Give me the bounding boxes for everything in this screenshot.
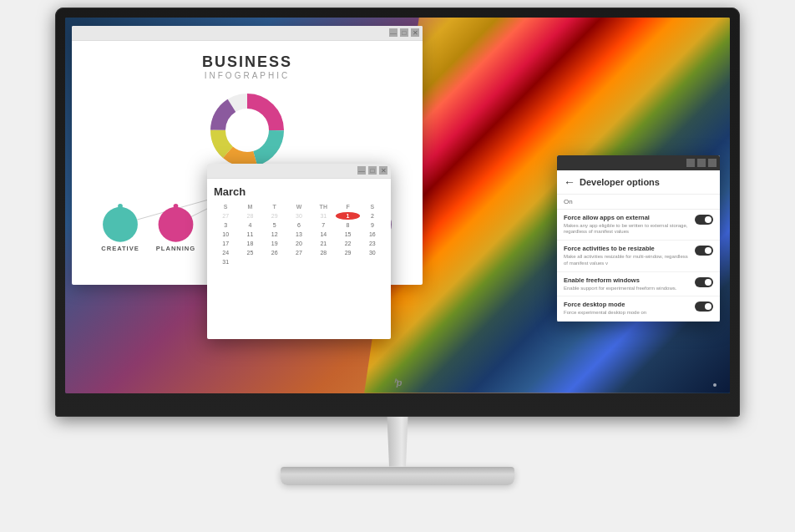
cal-day[interactable]: 24: [214, 249, 237, 256]
cal-day[interactable]: 16: [361, 231, 384, 238]
calendar-month: March: [214, 185, 384, 198]
infographic-subtitle: INFOGRAPHIC: [202, 71, 292, 80]
cal-day[interactable]: 23: [361, 240, 384, 247]
dev-header: ← Developer options: [557, 170, 720, 195]
cal-day[interactable]: 30: [287, 212, 311, 220]
donut-chart: [205, 89, 289, 172]
cal-maximize-button[interactable]: □: [368, 166, 377, 175]
monitor-bezel: — □ ✕ BUSINESS INFOGRAPHIC: [55, 8, 740, 417]
day-header-m: M: [238, 203, 261, 210]
calendar-week-5: 24 25 26 27 28 29 30: [214, 249, 384, 256]
dev-item-1-title: Force allow apps on external: [564, 214, 690, 221]
dev-item-1-desc: Makes any app eligible to be written to …: [564, 223, 690, 236]
cal-day: [287, 258, 311, 266]
infographic-titlebar: — □ ✕: [72, 26, 423, 41]
cal-day[interactable]: 3: [214, 221, 237, 229]
cal-day: [238, 258, 261, 266]
cal-day[interactable]: 19: [263, 240, 286, 247]
dev-item-3-text: Enable freeform windows Enable support f…: [564, 276, 690, 292]
calendar-week-3: 10 11 12 13 14 15 16: [214, 231, 384, 238]
cal-day[interactable]: 4: [238, 221, 261, 229]
cal-day[interactable]: 25: [238, 249, 261, 256]
dev-toggle-4[interactable]: [695, 301, 713, 312]
dev-item-3: Enable freeform windows Enable support f…: [557, 272, 720, 297]
cal-day[interactable]: 18: [238, 240, 261, 247]
cal-minimize-button[interactable]: —: [357, 166, 366, 175]
dev-minimize-button[interactable]: —: [686, 159, 695, 167]
close-button[interactable]: ✕: [411, 28, 419, 37]
dev-item-3-title: Enable freeform windows: [564, 276, 690, 284]
cal-day[interactable]: 29: [263, 212, 286, 220]
cal-day[interactable]: 11: [238, 231, 261, 238]
svg-point-17: [118, 204, 123, 209]
dev-item-2-desc: Make all activities resizable for multi-…: [564, 254, 690, 267]
infographic-title: BUSINESS INFOGRAPHIC: [202, 53, 292, 80]
day-header-t: T: [263, 203, 286, 210]
monitor: — □ ✕ BUSINESS INFOGRAPHIC: [38, 8, 757, 525]
dev-toggle-2[interactable]: [695, 246, 713, 256]
cal-day[interactable]: 2: [361, 212, 384, 220]
dev-item-3-desc: Enable support for experimental freeform…: [564, 286, 690, 292]
cal-day[interactable]: 5: [263, 221, 286, 229]
dev-item-2-text: Force activities to be resizable Make al…: [564, 245, 690, 267]
cal-day[interactable]: 6: [287, 221, 311, 229]
dev-titlebar: — □ ✕: [557, 155, 720, 170]
dev-close-button[interactable]: ✕: [708, 159, 717, 167]
cal-day[interactable]: 21: [311, 240, 335, 247]
cal-day[interactable]: 15: [336, 231, 359, 238]
cal-day[interactable]: 8: [336, 221, 359, 229]
svg-point-13: [159, 206, 194, 241]
cal-day[interactable]: 17: [214, 240, 237, 247]
cal-day[interactable]: 20: [287, 240, 311, 247]
cal-day[interactable]: 14: [311, 231, 335, 238]
cal-day: [361, 258, 384, 266]
calendar-titlebar: — □ ✕: [207, 164, 391, 179]
maximize-button[interactable]: □: [400, 28, 408, 37]
cal-day[interactable]: 30: [361, 249, 384, 256]
svg-text:PLANNING: PLANNING: [156, 245, 195, 252]
cal-day[interactable]: 31: [214, 258, 237, 266]
cal-day[interactable]: 13: [287, 231, 311, 238]
svg-point-18: [174, 204, 179, 209]
developer-options-window: — □ ✕ ← Developer options On Force allow…: [557, 155, 720, 322]
hp-logo: ʰp: [393, 377, 403, 388]
cal-close-button[interactable]: ✕: [379, 166, 387, 175]
monitor-stand-base: [281, 467, 514, 485]
cal-day[interactable]: 9: [361, 221, 384, 229]
monitor-stand-neck: [377, 417, 418, 467]
cal-day[interactable]: 10: [214, 231, 237, 238]
dev-item-4-title: Force desktop mode: [564, 301, 690, 308]
cal-day[interactable]: 12: [263, 231, 286, 238]
cal-day[interactable]: 31: [311, 212, 335, 220]
dev-item-2-title: Force activities to be resizable: [564, 245, 690, 252]
dev-toggle-1[interactable]: [695, 215, 713, 225]
svg-text:CREATIVE: CREATIVE: [101, 245, 139, 252]
cal-day-today[interactable]: 1: [336, 212, 359, 220]
calendar-week-4: 17 18 19 20 21 22 23: [214, 240, 384, 247]
cal-day[interactable]: 22: [336, 240, 359, 247]
dev-toggle-3[interactable]: [695, 277, 713, 287]
dev-item-2: Force activities to be resizable Make al…: [557, 241, 720, 272]
power-led: [713, 383, 717, 387]
cal-day[interactable]: 29: [336, 249, 359, 256]
screen: — □ ✕ BUSINESS INFOGRAPHIC: [65, 18, 730, 393]
day-header-f: F: [336, 203, 359, 210]
dev-maximize-button[interactable]: □: [697, 159, 706, 167]
dev-back-button[interactable]: ←: [564, 175, 575, 189]
cal-day[interactable]: 7: [311, 221, 335, 229]
dev-item-4: Force desktop mode Force experimental de…: [557, 296, 720, 322]
cal-day[interactable]: 26: [263, 249, 286, 256]
cal-day[interactable]: 27: [287, 249, 311, 256]
calendar-week-6: 31: [214, 258, 384, 266]
cal-day: [263, 258, 286, 266]
minimize-button[interactable]: —: [389, 28, 398, 37]
cal-day[interactable]: 27: [214, 212, 237, 220]
calendar-grid: S M T W TH F S 27 28 29 30: [214, 203, 384, 266]
dev-item-4-text: Force desktop mode Force experimental de…: [564, 301, 690, 317]
cal-day[interactable]: 28: [311, 249, 335, 256]
day-header-th: TH: [311, 203, 335, 210]
dev-item-1: Force allow apps on external Makes any a…: [557, 210, 720, 241]
calendar-week-1: 27 28 29 30 31 1 2: [214, 212, 384, 220]
cal-day[interactable]: 28: [238, 212, 261, 220]
infographic-main-title: BUSINESS: [202, 53, 292, 71]
